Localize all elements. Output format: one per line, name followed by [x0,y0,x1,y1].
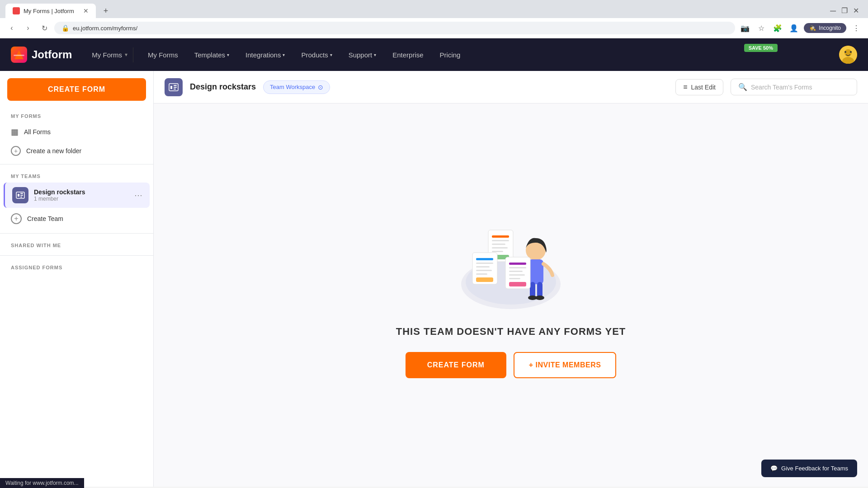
sidebar-divider-2 [0,233,153,234]
ssl-icon: 🔒 [61,24,69,32]
empty-state-invite-members-button[interactable]: + INVITE MEMBERS [514,352,617,378]
create-team-plus-icon: + [11,213,22,224]
sidebar-divider-1 [0,164,153,164]
svg-rect-36 [476,266,490,267]
status-bar: Waiting for www.jotform.com... [0,478,84,488]
reload-button[interactable]: ↻ [38,22,51,34]
svg-rect-39 [476,277,493,282]
svg-rect-27 [492,235,509,238]
all-forms-icon: ▦ [11,127,19,137]
products-chevron: ▾ [330,52,332,57]
create-team-label: Create Team [27,215,63,222]
last-edit-button[interactable]: ≡ Last Edit [675,79,723,95]
svg-rect-45 [509,278,520,279]
nav-pricing-link[interactable]: Pricing [433,47,468,62]
camera-icon[interactable]: 📷 [739,22,751,34]
search-box[interactable]: 🔍 Search Team's Forms [731,79,857,95]
svg-rect-41 [509,263,526,265]
menu-button[interactable]: ⋮ [850,22,863,34]
sidebar-item-create-folder[interactable]: + Create a new folder [0,141,153,160]
svg-point-25 [535,296,544,300]
workspace-arrow-icon: ⊙ [318,84,323,91]
app-nav: Jotform My Forms ▾ My Forms Templates ▾ … [0,38,868,71]
empty-state-actions: CREATE FORM + INVITE MEMBERS [406,352,617,378]
sidebar-create-team[interactable]: + Create Team [0,208,153,230]
integrations-chevron: ▾ [283,52,285,57]
logo-text: Jotform [32,48,72,61]
nav-myforms-dropdown[interactable]: My Forms ▾ [86,47,133,62]
sidebar-team-item-design-rockstars[interactable]: Design rockstars 1 member ⋯ [4,183,150,208]
nav-enterprise-link[interactable]: Enterprise [385,47,430,62]
sidebar: CREATE FORM MY FORMS ▦ All Forms + Creat… [0,71,154,487]
svg-rect-30 [492,247,508,249]
assigned-forms-section-title: ASSIGNED FORMS [0,259,153,274]
sidebar-item-all-forms[interactable]: ▦ All Forms [0,122,153,141]
bookmark-icon[interactable]: ☆ [755,22,768,34]
nav-myforms-link[interactable]: My Forms [141,47,185,62]
create-folder-label: Create a new folder [26,147,81,155]
sidebar-team-info: Design rockstars 1 member [34,188,134,202]
sidebar-create-form-button[interactable]: CREATE FORM [7,78,146,101]
search-icon: 🔍 [738,83,747,91]
logo-icon [11,47,27,63]
close-button[interactable]: ✕ [853,6,859,16]
nav-links: My Forms Templates ▾ Integrations ▾ Prod… [141,47,839,62]
support-chevron: ▾ [374,52,376,57]
main-layout: CREATE FORM MY FORMS ▦ All Forms + Creat… [0,71,868,487]
logo[interactable]: Jotform [11,47,72,63]
status-text: Waiting for www.jotform.com... [5,480,79,486]
forward-button[interactable]: › [22,22,34,34]
extensions-icon[interactable]: 🧩 [771,22,784,34]
svg-rect-15 [174,85,177,86]
url-text: eu.jotform.com/myforms/ [73,25,728,32]
address-bar[interactable]: 🔒 eu.jotform.com/myforms/ [54,22,735,34]
all-forms-label: All Forms [24,128,51,136]
sidebar-divider-3 [0,255,153,256]
sidebar-team-members: 1 member [34,196,134,202]
restore-button[interactable]: ❐ [841,6,848,16]
new-tab-button[interactable]: + [99,5,112,17]
feedback-label: Give Feedback for Teams [781,465,848,472]
nav-products-link[interactable]: Products ▾ [294,47,339,62]
svg-rect-17 [174,89,176,89]
incognito-icon: 🕵️ [809,25,816,31]
user-avatar[interactable] [839,46,857,64]
workspace-label: Team Workspace [270,84,315,90]
svg-rect-37 [476,270,492,271]
empty-state: THIS TEAM DOESN'T HAVE ANY FORMS YET CRE… [154,103,868,487]
nav-integrations-link[interactable]: Integrations ▾ [238,47,292,62]
tab-close-button[interactable]: ✕ [83,7,89,14]
empty-state-create-form-button[interactable]: CREATE FORM [406,352,506,378]
create-folder-icon: + [11,146,21,156]
content-header: Design rockstars Team Workspace ⊙ ≡ Last… [154,71,868,103]
shared-with-me-section-title: SHARED WITH ME [0,237,153,252]
nav-myforms-label: My Forms [92,51,122,59]
svg-rect-38 [476,273,487,275]
workspace-badge[interactable]: Team Workspace ⊙ [263,80,330,94]
save-badge[interactable]: SAVE 50% [744,44,778,52]
search-placeholder: Search Team's Forms [751,84,812,91]
my-teams-section-title: MY TEAMS [0,168,153,183]
svg-rect-23 [537,282,542,298]
svg-rect-16 [174,87,177,88]
team-more-button[interactable]: ⋯ [134,190,142,200]
nav-myforms-chevron: ▾ [125,52,127,58]
minimize-button[interactable]: ─ [830,6,836,16]
back-button[interactable]: ‹ [5,22,18,34]
svg-rect-14 [170,86,172,89]
svg-rect-10 [20,193,23,194]
profile-icon[interactable]: 👤 [788,22,800,34]
team-header-icon [165,78,183,96]
tab-favicon [13,7,20,14]
svg-rect-46 [509,282,526,286]
svg-rect-43 [509,271,523,272]
nav-templates-link[interactable]: Templates ▾ [187,47,236,62]
feedback-button[interactable]: 💬 Give Feedback for Teams [761,460,857,477]
nav-support-link[interactable]: Support ▾ [341,47,384,62]
svg-rect-28 [492,240,509,241]
browser-tab[interactable]: My Forms | Jotform ✕ [5,4,96,18]
svg-rect-9 [18,194,19,197]
last-edit-label: Last Edit [691,84,716,91]
svg-rect-42 [509,267,526,268]
svg-point-6 [844,51,846,53]
